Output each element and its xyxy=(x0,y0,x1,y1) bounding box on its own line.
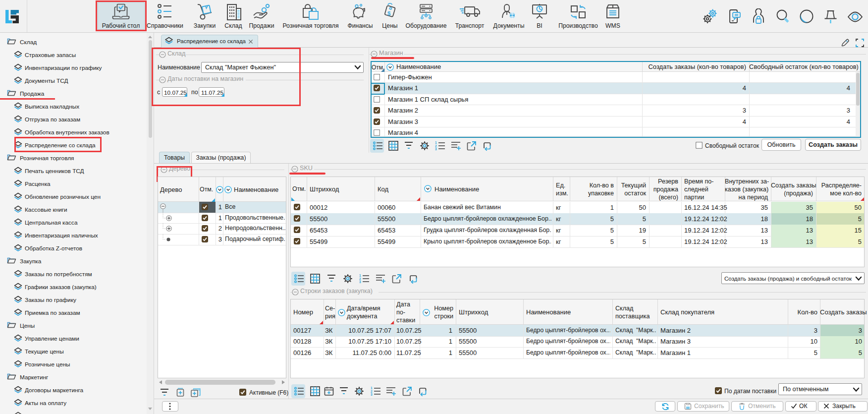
svg-text:$: $ xyxy=(387,10,391,16)
svg-text:3: 3 xyxy=(359,280,361,284)
svg-text:3: 3 xyxy=(371,393,373,396)
svg-text:3: 3 xyxy=(435,147,437,151)
